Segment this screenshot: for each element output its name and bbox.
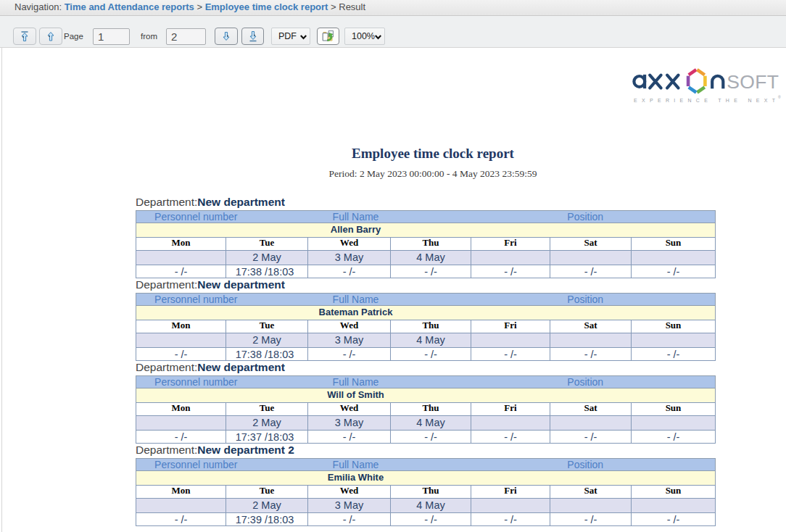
svg-text:SOFT: SOFT: [727, 71, 779, 93]
svg-text:®: ®: [778, 95, 781, 99]
svg-text:EXPERIENCE THE NEXT: EXPERIENCE THE NEXT: [634, 98, 779, 103]
